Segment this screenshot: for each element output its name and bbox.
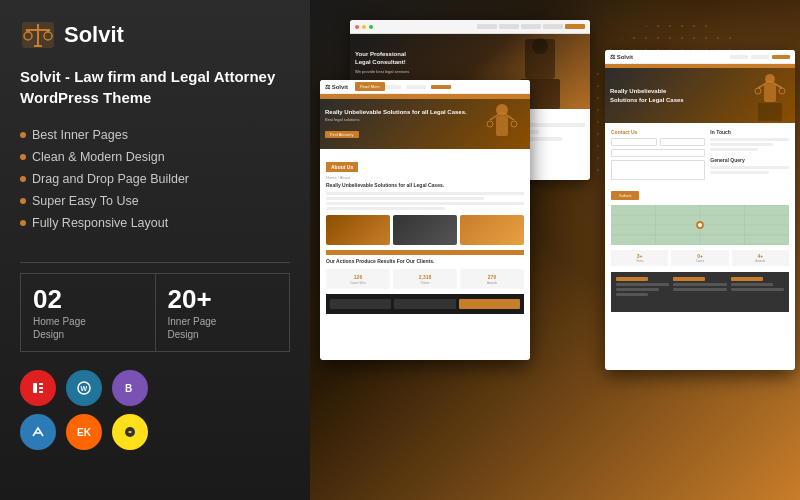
- stat-number-home: 02: [33, 284, 143, 315]
- ss3-input-subject[interactable]: [611, 149, 705, 157]
- footer-line: [616, 293, 648, 296]
- product-title: Solvit - Law firm and Legal Attorney Wor…: [20, 66, 290, 108]
- ss2-hero-sub: Best legal solutions: [325, 117, 467, 122]
- logo-area: Solvit: [20, 20, 290, 50]
- ss2-breadcrumb: Home / About: [326, 175, 524, 180]
- query-line: [710, 166, 789, 169]
- svg-rect-12: [39, 387, 43, 389]
- stat-lbl-3: Awards: [487, 281, 497, 285]
- svg-rect-28: [764, 84, 776, 102]
- left-panel: Solvit Solvit - Law firm and Legal Attor…: [0, 0, 310, 500]
- ss2-hero: Really Unbelievable Solutions for all Le…: [320, 99, 530, 149]
- footer-col-2: [673, 277, 726, 307]
- svg-point-32: [779, 88, 785, 94]
- tech-row-1: W B: [20, 370, 290, 406]
- wordpress-icon[interactable]: W: [66, 370, 102, 406]
- in-touch-title: In Touch: [710, 129, 789, 135]
- feature-item: Drag and Drop Page Builder: [20, 168, 290, 190]
- dot-red: [355, 25, 359, 29]
- svg-point-25: [487, 121, 493, 127]
- footer-block: [330, 299, 391, 309]
- ss2-text-lines: [326, 192, 524, 210]
- footer-line: [616, 288, 659, 291]
- ek-icon[interactable]: EK: [66, 414, 102, 450]
- mailchimp-icon[interactable]: [112, 414, 148, 450]
- query-lines: [710, 166, 789, 174]
- query-line: [710, 171, 769, 174]
- feature-item: Super Easy To Use: [20, 190, 290, 212]
- avada-icon[interactable]: [20, 414, 56, 450]
- screenshot-third: ⚖ Solvit Really UnbelievableSolutions fo…: [605, 50, 795, 370]
- nav-item: [751, 55, 769, 59]
- touch-line: [710, 143, 773, 146]
- ss2-hero-title: Really Unbelievable Solutions for all Le…: [325, 109, 467, 115]
- tech-icons-row: W B EK: [20, 370, 290, 450]
- main-container: Solvit Solvit - Law firm and Legal Attor…: [0, 0, 800, 500]
- ss2-img-3: [460, 215, 524, 245]
- logo-text: Solvit: [64, 22, 124, 48]
- footer-line: [731, 288, 784, 291]
- bootstrap-icon[interactable]: B: [112, 370, 148, 406]
- ss3-input-email[interactable]: [660, 138, 706, 146]
- footer-line: [673, 288, 726, 291]
- text-line: [326, 197, 484, 200]
- screenshot-second: ⚖ Solvit Really Unbelievable Solutions f…: [320, 80, 530, 360]
- ss2-hero-content: Really Unbelievable Solutions for all Le…: [325, 109, 467, 140]
- dot-yellow: [362, 25, 366, 29]
- ss-main-nav: [477, 24, 585, 29]
- ss3-form-row-1: [611, 138, 705, 146]
- ss3-input-name[interactable]: [611, 138, 657, 146]
- stat-number-inner: 20+: [168, 284, 278, 315]
- screenshots-container: Your ProfessionalLegal Consultant! We pr…: [320, 20, 790, 490]
- stat-box-inner: 20+ Inner PageDesign: [155, 273, 291, 352]
- lady-justice-area: [480, 102, 525, 147]
- text-line: [326, 202, 524, 205]
- ss3-stat-lbl-2: Cases: [696, 259, 705, 263]
- ss3-submit-btn[interactable]: Submit: [611, 191, 639, 200]
- ss3-stat-2: 0+ Cases: [671, 250, 728, 266]
- svg-rect-10: [33, 383, 37, 393]
- ss3-hero: Really UnbelievableSolutions for Legal C…: [605, 68, 795, 123]
- touch-line: [710, 148, 757, 151]
- footer-col-1: [616, 277, 669, 307]
- footer-title: [731, 277, 763, 281]
- general-query-title: General Query: [710, 157, 789, 163]
- ss3-touch-col: In Touch General Query: [710, 129, 789, 201]
- ss3-textarea-msg[interactable]: [611, 160, 705, 180]
- stat-label-inner: Inner PageDesign: [168, 315, 278, 341]
- feature-item: Fully Responsive Layout: [20, 212, 290, 234]
- ss3-mini-stats: 3+ Years 0+ Cases 4+ Awards: [611, 250, 789, 266]
- ss3-two-col: Contact Us Submit In Touch: [611, 129, 789, 201]
- ss3-contact-col: Contact Us Submit: [611, 129, 705, 201]
- svg-rect-22: [496, 116, 508, 136]
- nav-item: [431, 85, 451, 89]
- hero-subtitle: We provide best legal services: [355, 69, 409, 74]
- nav-item: [543, 24, 563, 29]
- ss2-stats: 126 Cases Won 2,318 Clients 270 Awards: [326, 269, 524, 289]
- stat-num-2: 2,318: [419, 274, 432, 280]
- svg-text:B: B: [125, 383, 132, 394]
- stat-num-3: 270: [488, 274, 496, 280]
- stat-num-1: 126: [354, 274, 362, 280]
- feature-item: Best Inner Pages: [20, 124, 290, 146]
- ss3-hero-title: Really UnbelievableSolutions for Legal C…: [610, 87, 750, 104]
- svg-point-20: [532, 38, 548, 54]
- footer-line: [673, 283, 726, 286]
- text-line: [326, 192, 524, 195]
- footer-block-accent: [459, 299, 520, 309]
- svg-rect-13: [39, 391, 43, 393]
- stat-label-home: Home PageDesign: [33, 315, 143, 341]
- stats-row: 02 Home PageDesign 20+ Inner PageDesign: [20, 273, 290, 352]
- stat-box-home: 02 Home PageDesign: [20, 273, 155, 352]
- svg-rect-33: [758, 103, 782, 121]
- elementor-icon[interactable]: [20, 370, 56, 406]
- ss3-logo: ⚖ Solvit: [610, 53, 633, 60]
- ss2-actions-title: Our Actions Produce Results For Our Clie…: [326, 258, 524, 264]
- touch-lines: [710, 138, 789, 151]
- features-list: Best Inner Pages Clean & Modern Design D…: [20, 124, 290, 234]
- footer-title: [616, 277, 648, 281]
- feature-item: Clean & Modern Design: [20, 146, 290, 168]
- ss3-stat-lbl-3: Awards: [755, 259, 765, 263]
- hero-cta[interactable]: Read More: [355, 82, 385, 91]
- ss2-hero-btn[interactable]: Find Attorney: [325, 131, 359, 138]
